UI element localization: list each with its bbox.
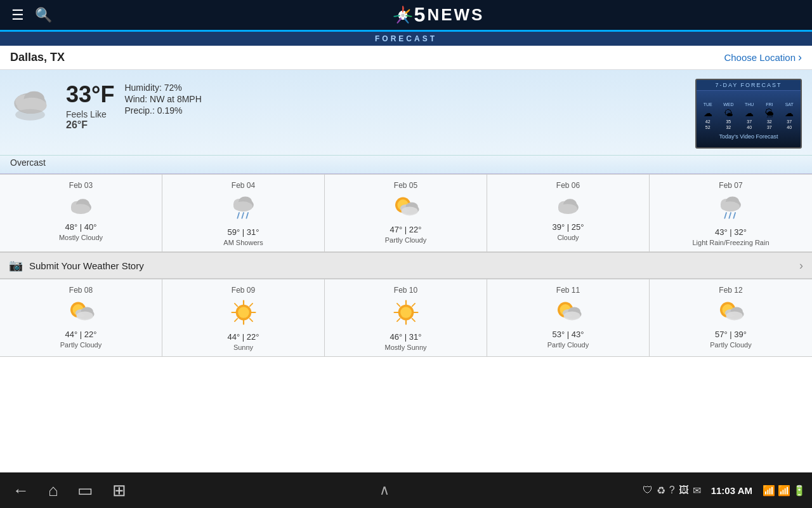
forecast-date: Feb 09 (232, 286, 255, 295)
forecast-desc: Mostly Cloudy (59, 234, 103, 241)
logo-number: 5 (414, 3, 426, 27)
forecast-cell-week2-1: Feb 09 44° | 22° Sunny (162, 279, 325, 357)
forecast-desc: Light Rain/Freezing Rain (692, 239, 769, 246)
forecast-temps: 39° | 25° (553, 222, 584, 232)
forecast-icon (716, 298, 746, 327)
forecast-date: Feb 04 (232, 181, 255, 190)
svg-point-7 (15, 109, 45, 121)
forecast-week2-grid: Feb 08 44° | 22° Partly Cloudy Feb 09 44… (0, 279, 812, 357)
temp-info: 33°F Feels Like 26°F (66, 81, 114, 131)
svg-point-24 (401, 206, 417, 215)
forecast-cell-week1-0: Feb 03 48° | 40° Mostly Cloudy (0, 175, 162, 252)
condition-bar: Overcast (0, 156, 812, 174)
forecast-date: Feb 03 (69, 181, 93, 190)
forecast-cell-week2-2: Feb 10 46° | 31° Mostly Sunny (325, 279, 487, 357)
svg-line-16 (237, 213, 239, 218)
vbar-sat: SAT ☁ 37 40 (785, 102, 794, 130)
forecast-icon (717, 194, 745, 225)
vbar-fri: FRI 🌦 32 37 (765, 102, 774, 130)
svg-line-34 (729, 213, 731, 218)
svg-point-73 (726, 311, 743, 320)
forecast-icon (230, 194, 258, 225)
vbar-tue: TUE ☁ 42 52 (704, 102, 712, 130)
bottom-right-status: 🛡 ♻ ? 🖼 ✉ 11:03 AM 📶 📶 🔋 (643, 485, 806, 497)
forecast-date: Feb 10 (394, 286, 417, 295)
submit-story-label: Submit Your Weather Story (29, 260, 144, 271)
forecast-cell-week2-3: Feb 11 53° | 43° Partly Cloudy (487, 279, 650, 357)
forecast-date: Feb 07 (719, 181, 742, 190)
city-name: Dallas, TX (10, 51, 65, 64)
svg-line-35 (733, 213, 735, 218)
choose-location-button[interactable]: Choose Location › (724, 51, 802, 64)
svg-line-51 (234, 319, 237, 321)
forecast-icon (67, 194, 95, 220)
camera-icon: 📷 (9, 258, 23, 272)
forecast-desc: Sunny (233, 344, 253, 351)
forecast-desc: Partly Cloudy (385, 236, 426, 244)
recents-icon[interactable]: ▭ (77, 481, 93, 500)
cell-signal-icon: 📶 (778, 485, 790, 497)
forecast-desc: Mostly Sunny (384, 344, 426, 351)
submit-story-band[interactable]: 📷 Submit Your Weather Story › (0, 252, 812, 279)
svg-point-15 (233, 201, 252, 211)
antivirus-icon: 🛡 (643, 485, 653, 496)
svg-line-48 (234, 304, 237, 306)
forecast-cell-week1-4: Feb 07 43° | 32° Light Rain/Freezing Rai… (650, 175, 812, 252)
forecast-temps: 53° | 43° (553, 330, 584, 339)
forecast-band: FORECAST (0, 32, 812, 46)
home-icon[interactable]: ⌂ (48, 481, 58, 500)
chevron-right-icon: › (799, 259, 803, 272)
video-label: Today's Video Forecast (717, 132, 779, 141)
svg-line-58 (396, 304, 399, 306)
grid-icon[interactable]: ⊞ (112, 481, 126, 500)
forecast-icon (392, 298, 420, 330)
current-weather-section: 33°F Feels Like 26°F Humidity: 72% Wind:… (0, 70, 812, 156)
svg-point-43 (238, 307, 249, 318)
menu-icon[interactable]: ☰ (11, 7, 24, 23)
svg-point-53 (400, 307, 412, 318)
wifi-icon: 📶 (763, 485, 775, 497)
back-icon[interactable]: ← (13, 481, 29, 500)
forecast-temps: 57° | 39° (715, 330, 747, 339)
svg-line-61 (396, 319, 399, 321)
bottom-navigation: ← ⌂ ▭ ⊞ ∧ 🛡 ♻ ? 🖼 ✉ 11:03 AM 📶 📶 🔋 (0, 472, 812, 508)
forecast-date: Feb 06 (556, 181, 580, 190)
forecast-desc: Partly Cloudy (710, 341, 751, 349)
forecast-temps: 48° | 40° (65, 222, 97, 232)
precip-text: Precip.: 0.19% (124, 105, 201, 116)
svg-line-33 (724, 213, 726, 218)
forecast-icon (553, 298, 584, 327)
forecast-icon (66, 298, 96, 327)
forecast-cell-week1-3: Feb 06 39° | 25° Cloudy (487, 175, 650, 252)
help-icon: ? (669, 485, 675, 496)
search-icon[interactable]: 🔍 (35, 7, 52, 23)
forecast-temps: 47° | 22° (390, 225, 422, 234)
svg-line-60 (412, 304, 414, 306)
svg-line-59 (412, 319, 414, 321)
chevron-right-icon: › (798, 51, 802, 64)
video-forecast-thumbnail[interactable]: 7-DAY FORECAST TUE ☁ 42 52 WED 🌤 35 32 T… (695, 79, 802, 149)
bottom-center: ∧ (126, 482, 643, 498)
system-clock: 11:03 AM (711, 485, 752, 496)
nav-left-controls: ☰ 🔍 (0, 7, 63, 23)
vbar-thu: THU ☁ 37 40 (745, 102, 754, 130)
forecast-week1-grid: Feb 03 48° | 40° Mostly Cloudy Feb 04 59… (0, 174, 812, 252)
forecast-cell-week1-1: Feb 04 59° | 31° AM Showers (162, 175, 325, 252)
forecast-desc: Cloudy (557, 234, 579, 241)
svg-line-50 (249, 304, 252, 306)
forecast-temps: 59° | 31° (228, 227, 259, 237)
svg-point-32 (721, 201, 740, 211)
svg-point-67 (563, 311, 580, 320)
forecast-date: Feb 05 (394, 181, 417, 190)
top-navigation: ☰ 🔍 5 NEWS (0, 0, 812, 32)
svg-point-11 (71, 204, 90, 214)
battery-icon: 🔋 (793, 485, 806, 497)
image-icon: 🖼 (679, 485, 689, 496)
svg-line-49 (249, 319, 252, 321)
forecast-date: Feb 12 (719, 286, 742, 295)
status-icons: 🛡 ♻ ? 🖼 ✉ (643, 485, 701, 497)
forecast-cell-week1-2: Feb 05 47° | 22° Partly Cloudy (325, 175, 487, 252)
svg-point-2 (401, 13, 404, 17)
wind-text: Wind: NW at 8MPH (124, 94, 201, 104)
video-forecast-header: 7-DAY FORECAST (697, 80, 801, 91)
